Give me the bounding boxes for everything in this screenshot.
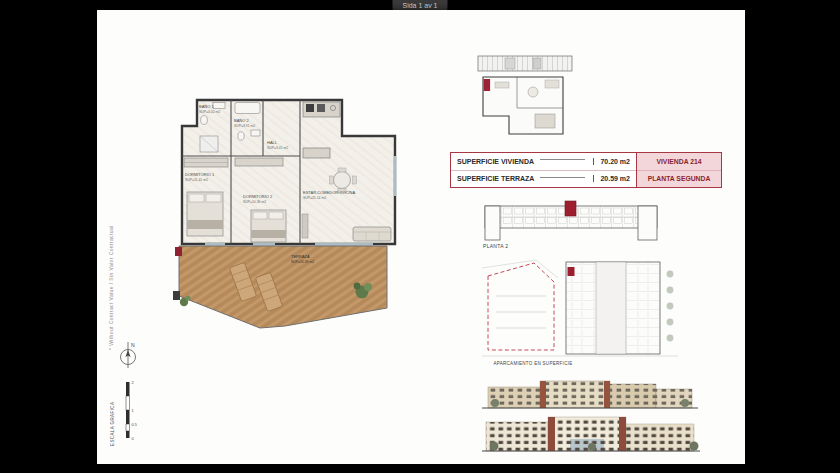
scale-label: ESCALA GRAFICA [110, 376, 115, 446]
svg-text:0.5: 0.5 [132, 423, 137, 427]
svg-text:SUP=11.41 m2: SUP=11.41 m2 [185, 178, 208, 182]
section-strip [478, 56, 572, 71]
location-detail-plan [475, 54, 575, 142]
sofa [353, 227, 391, 241]
svg-text:1: 1 [132, 409, 134, 413]
accent-band [619, 417, 626, 451]
svg-text:SUP=4.02 m2: SUP=4.02 m2 [199, 110, 220, 114]
svg-text:SUP=25.14 m2: SUP=25.14 m2 [303, 196, 326, 200]
svg-text:BAÑO 2: BAÑO 2 [234, 118, 249, 123]
svg-text:SUP=3.41 m2: SUP=3.41 m2 [267, 146, 288, 150]
unit-floor: PLANTA SEGUNDA [637, 171, 721, 188]
row-value: 20.59 m2 [593, 175, 630, 182]
leader-line [540, 177, 585, 178]
svg-text:BAÑO 1: BAÑO 1 [199, 104, 214, 109]
row-label: SUPERFICIE VIVIENDA [457, 158, 534, 165]
viewer-background: Sida 1 av 1 * Without Contract Value / S… [0, 0, 840, 473]
parking-site-plan [478, 256, 685, 360]
svg-text:ESTAR-COMEDOR-COCINA: ESTAR-COMEDOR-COCINA [303, 190, 355, 195]
wardrobe-dorm2 [235, 158, 283, 166]
building-elevation-rear [480, 412, 702, 456]
scale-ticks: 2 1 0.5 0 [132, 381, 137, 441]
row-label: SUPERFICIE TERRAZA [457, 175, 534, 182]
side-note: * Without Contract Value / Sin Valor Con… [108, 192, 114, 350]
svg-text:DORMITORIO 2: DORMITORIO 2 [243, 194, 273, 199]
summary-rows: SUPERFICIE VIVIENDA 70.20 m2 SUPERFICIE … [451, 153, 637, 187]
svg-text:TERRAZA: TERRAZA [291, 254, 310, 259]
summary-row-terraza: SUPERFICIE TERRAZA 20.59 m2 [451, 171, 636, 188]
bed-dorm1 [187, 192, 223, 236]
kitchen-island [303, 148, 330, 158]
apartment-floorplan: BAÑO 1 SUP=4.02 m2 BAÑO 2 SUP=3.91 m2 HA… [165, 96, 411, 356]
accent-band [548, 417, 555, 451]
kitchen-counter [303, 102, 340, 117]
north-letter: N [131, 342, 135, 348]
utility-marker [173, 291, 180, 300]
svg-text:SUP=20.59 m2: SUP=20.59 m2 [291, 260, 314, 264]
svg-text:0: 0 [132, 437, 134, 441]
document-page: * Without Contract Value / Sin Valor Con… [97, 10, 745, 464]
bed-dorm2 [251, 210, 286, 242]
scale-graphic: 2 1 0.5 0 [117, 376, 139, 446]
compass-icon: N [115, 340, 141, 370]
svg-text:HALL: HALL [267, 140, 278, 145]
unit-identity-cell: VIVIENDA 214 PLANTA SEGUNDA [637, 153, 721, 187]
scale-bar: ESCALA GRAFICA 2 1 0.5 0 [110, 376, 139, 446]
window-grid [488, 381, 692, 408]
page-indicator-text: Sida 1 av 1 [402, 2, 437, 9]
svg-text:SUP=10.36 m2: SUP=10.36 m2 [243, 200, 266, 204]
plot-lines [496, 296, 546, 328]
parking-building [566, 262, 660, 354]
plot-boundary [488, 263, 554, 350]
trees [667, 271, 674, 342]
highlighted-unit [565, 201, 576, 216]
planta-label: PLANTA 2 [483, 243, 508, 249]
tv-unit [302, 214, 308, 238]
entrance-marker [175, 247, 182, 256]
surface-summary-table: SUPERFICIE VIVIENDA 70.20 m2 SUPERFICIE … [450, 152, 722, 188]
unit-name: VIVIENDA 214 [637, 153, 721, 171]
unit-plan [483, 77, 563, 134]
summary-row-vivienda: SUPERFICIE VIVIENDA 70.20 m2 [451, 153, 636, 171]
unit-highlight [484, 79, 491, 91]
parking-label: APARCAMIENTO EN SUPERFICIE [478, 361, 588, 366]
planta2-key-plan [480, 194, 662, 242]
svg-text:2: 2 [132, 381, 134, 385]
row-value: 70.20 m2 [593, 158, 630, 165]
accent-band [540, 381, 546, 408]
leader-line [540, 159, 585, 160]
unit-marker [568, 267, 575, 276]
svg-text:DORMITORIO 1: DORMITORIO 1 [185, 172, 215, 177]
building-elevation-front [480, 374, 700, 411]
accent-band [604, 381, 610, 408]
svg-text:SUP=3.91 m2: SUP=3.91 m2 [234, 124, 255, 128]
